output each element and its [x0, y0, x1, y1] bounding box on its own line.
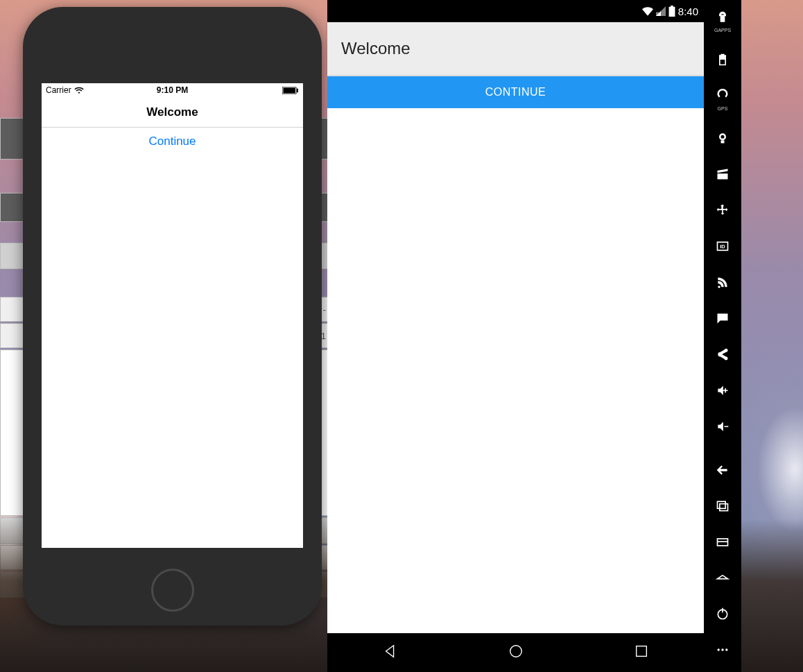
svg-text:ID: ID — [720, 243, 725, 250]
id-button[interactable]: ID — [714, 237, 732, 255]
home-button[interactable] — [151, 569, 194, 612]
power-button[interactable] — [714, 605, 732, 623]
svg-point-17 — [718, 648, 720, 651]
sms-button[interactable] — [714, 309, 732, 327]
home-button[interactable] — [714, 569, 732, 587]
svg-point-3 — [510, 646, 521, 657]
camera-button[interactable] — [714, 129, 732, 147]
battery-button[interactable] — [714, 51, 732, 69]
svg-rect-8 — [721, 140, 725, 143]
gps-button[interactable] — [714, 87, 732, 105]
svg-point-19 — [725, 648, 727, 651]
emulator-toolbar: GAPPS GPS ID — [704, 0, 741, 672]
recent-button[interactable] — [714, 497, 732, 515]
android-app-bar: Welcome — [327, 22, 704, 75]
signal-icon — [656, 6, 666, 16]
continue-button-label: CONTINUE — [485, 86, 546, 98]
iphone-device-frame: Carrier 9:10 PM Welcome Continue — [23, 7, 322, 626]
android-screen: 8:40 Welcome CONTINUE — [327, 0, 704, 672]
continue-button-label: Continue — [148, 135, 196, 148]
volume-down-button[interactable] — [714, 417, 732, 436]
share-button[interactable] — [714, 345, 732, 363]
android-emulator-window: 8:40 Welcome CONTINUE GAPPS GPS ID — [327, 0, 741, 672]
ios-title-label: Welcome — [146, 105, 198, 119]
back-button[interactable] — [383, 644, 398, 662]
clapper-button[interactable] — [714, 165, 732, 183]
gapps-button[interactable] — [714, 8, 732, 26]
rss-button[interactable] — [714, 273, 732, 291]
android-status-bar: 8:40 — [327, 0, 704, 22]
android-navigation-bar — [327, 633, 704, 672]
svg-rect-11 — [718, 501, 726, 508]
ios-status-bar: Carrier 9:10 PM — [42, 83, 303, 97]
gps-label: GPS — [718, 106, 728, 111]
svg-rect-16 — [722, 608, 723, 613]
move-button[interactable] — [714, 201, 732, 219]
svg-rect-12 — [720, 504, 728, 511]
continue-button[interactable]: Continue — [42, 128, 303, 155]
menu-button[interactable] — [714, 533, 732, 551]
ios-nav-bar: Welcome — [42, 97, 303, 128]
back-button[interactable] — [714, 460, 732, 479]
volume-up-button[interactable] — [714, 381, 732, 399]
gapps-label: GAPPS — [714, 28, 731, 33]
svg-rect-14 — [718, 541, 728, 542]
svg-point-18 — [721, 648, 723, 651]
android-title-label: Welcome — [341, 39, 411, 58]
android-time-label: 8:40 — [678, 6, 698, 17]
android-content-area — [327, 108, 704, 633]
wifi-icon — [642, 6, 653, 16]
more-button[interactable] — [714, 641, 732, 659]
battery-icon — [668, 6, 675, 17]
svg-rect-4 — [636, 646, 646, 657]
recent-apps-button[interactable] — [634, 644, 649, 662]
svg-rect-5 — [720, 60, 725, 64]
ios-time-label: 9:10 PM — [42, 85, 303, 95]
svg-point-7 — [721, 135, 725, 139]
iphone-screen: Carrier 9:10 PM Welcome Continue — [42, 83, 303, 548]
continue-button[interactable]: CONTINUE — [327, 76, 704, 108]
home-button[interactable] — [508, 644, 524, 662]
